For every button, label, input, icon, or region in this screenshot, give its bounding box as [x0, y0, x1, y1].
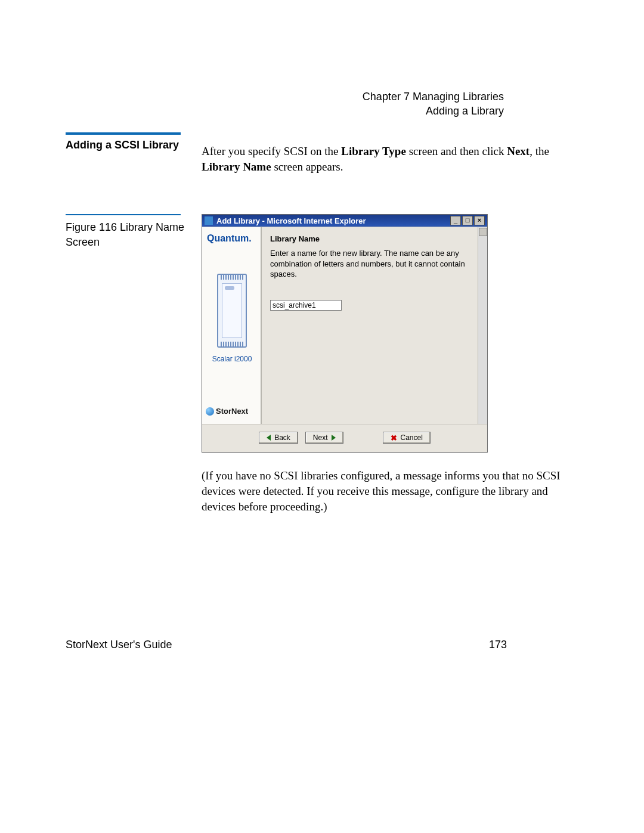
figure-rule: [66, 214, 181, 215]
back-button[interactable]: Back: [259, 432, 298, 444]
quantum-logo: Quantum.: [206, 233, 258, 244]
window-title: Add Library - Microsoft Internet Explore…: [216, 216, 366, 225]
library-name-input[interactable]: [270, 300, 342, 311]
screenshot-window: Add Library - Microsoft Internet Explore…: [202, 214, 488, 453]
maximize-button[interactable]: □: [462, 216, 473, 225]
globe-icon: [206, 407, 214, 416]
chapter-subtitle: Adding a Library: [363, 104, 504, 118]
cancel-button[interactable]: ✖ Cancel: [383, 432, 431, 444]
page-running-header: Chapter 7 Managing Libraries Adding a Li…: [363, 89, 504, 119]
post-figure-note: (If you have no SCSI libraries configure…: [202, 468, 578, 514]
scrollbar[interactable]: [478, 227, 487, 424]
next-button[interactable]: Next: [305, 432, 343, 444]
pane-heading: Library Name: [270, 234, 469, 243]
back-arrow-icon: [267, 435, 271, 441]
cancel-x-icon: ✖: [391, 434, 397, 442]
wizard-sidebar: Quantum. Scalar i2000 StorNext: [202, 227, 262, 424]
ie-icon: [205, 216, 213, 225]
pane-instruction: Enter a name for the new library. The na…: [270, 248, 469, 280]
close-button[interactable]: ×: [474, 216, 485, 225]
minimize-button[interactable]: _: [450, 216, 461, 225]
footer-guide-name: StorNext User's Guide: [66, 639, 172, 651]
section-rule: [66, 132, 181, 135]
footer-page-number: 173: [489, 639, 507, 651]
wizard-content: Library Name Enter a name for the new li…: [262, 227, 478, 424]
next-arrow-icon: [332, 435, 336, 441]
stornext-logo: StorNext: [206, 404, 258, 418]
product-name: StorNext: [216, 407, 248, 416]
device-model-label: Scalar i2000: [206, 355, 258, 363]
window-titlebar: Add Library - Microsoft Internet Explore…: [202, 215, 487, 227]
wizard-button-bar: Back Next ✖ Cancel: [202, 424, 487, 452]
tape-library-icon: [217, 274, 247, 348]
intro-paragraph: After you specify SCSI on the Library Ty…: [202, 144, 578, 174]
figure-caption: Figure 116 Library Name Screen: [66, 220, 191, 249]
section-heading: Adding a SCSI Library: [66, 138, 191, 152]
chapter-line: Chapter 7 Managing Libraries: [363, 89, 504, 104]
